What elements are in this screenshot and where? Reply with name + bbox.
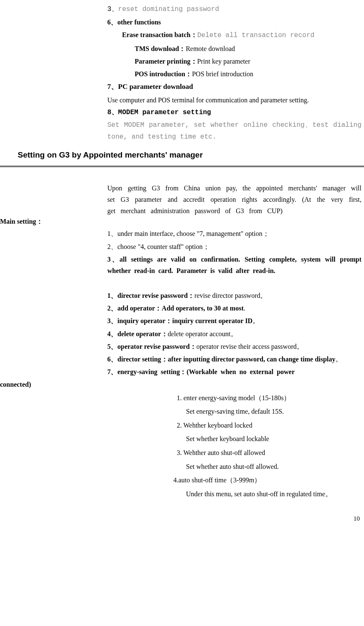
item-7-heading: 7、PC parameter download [107,81,361,93]
item-7-part: 7、energy-saving setting：(Workable when n… [107,366,361,377]
step-3: 3、all settings are valid on confirmation… [107,254,361,276]
item-1-b: 1、director revise password： [107,292,194,299]
document-page: 3、reset dominating password 6、other func… [0,0,364,527]
item-5-b: 5、operator revise password： [107,343,197,350]
step-1: 1、under main interface, choose "7, manag… [107,228,361,239]
item-6-heading: 6、other functions [107,16,361,28]
item-6-tms: TMS download：Remote download [135,43,361,54]
energy-sub-block: 1. enter energy-saving model（15-180s） Se… [177,392,360,500]
tms-label: TMS download： [135,45,186,52]
item-6-param: Parameter printing：Print key parameter [135,56,361,67]
pos-label: POS introduction： [135,70,192,78]
item-3-r: 。 [252,317,259,324]
main-setting-label: Main setting： [0,217,43,226]
items-block: 1、director revise password：revise direct… [107,290,361,365]
energy-2: 2. Wehther keyboard locked [177,419,360,432]
energy-4-sub: Under this menu, set auto shut-off in re… [186,488,360,500]
param-label: Parameter printing： [135,58,197,65]
item-director-revise-password: 1、director revise password：revise direct… [107,290,361,301]
item-3-num: 3、 [107,5,118,13]
item-energy-saving: 7、energy-saving setting：(Workable when n… [0,366,364,390]
item-7-tail: connected) [0,379,364,390]
item-7-text: Use computer and POS terminal for commun… [107,94,361,106]
energy-1: 1. enter energy-saving model（15-180s） [177,392,360,404]
energy-3: 3. Wehther auto shut-off allowed [177,447,360,459]
erase-label: Erase transaction batch： [122,31,197,38]
item-add-operator: 2、add operator：Add operators, to 30 at m… [107,302,361,314]
page-number: 10 [353,515,360,522]
item-operator-revise-password: 5、operator revise password：operator revi… [107,341,361,352]
item-2-b: 2、add operator：Add operators, to 30 at m… [107,305,244,312]
main-setting-block: Main setting： 1、under main interface, ch… [0,217,364,276]
tms-text: Remote download [186,45,235,52]
steps-block: 1、under main interface, choose "7, manag… [107,217,361,276]
pos-text: POS brief introduction [192,70,253,78]
intro-paragraph: Upon getting G3 from China union pay, th… [107,182,361,217]
item-inquiry-operator: 3、inquiry operator：inquiry current opera… [107,315,361,326]
item-3-b: 3、inquiry operator：inquiry current opera… [107,317,252,324]
item-7-b: 7、energy-saving setting：(Workable when n… [107,368,295,375]
item-6-r: 。 [335,356,342,363]
item-4-r: delete operator account。 [168,330,237,337]
param-text: Print key parameter [197,58,250,65]
energy-2-sub: Set whether keyboard lockable [186,433,360,445]
item-2-r: . [244,305,245,312]
item-1-r: revise director password。 [194,292,267,299]
erase-text: Delete all transaction record [197,32,314,39]
item-4-b: 4、delete operator： [107,330,168,337]
item-3: 3、reset dominating password [107,4,361,15]
step-2: 2、choose "4, counter staff" option； [107,241,361,252]
energy-1-sub: Set energy-saving time, default 15S. [186,405,360,418]
item-8-heading: 8、MODEM parameter setting [107,107,361,118]
top-block: 3、reset dominating password 6、other func… [107,4,361,143]
item-8-text: Set MODEM parameter, set whether online … [107,120,361,142]
item-5-r: operator revise their access password。 [197,343,303,350]
section-heading: Setting on G3 by Appointed merchants' ma… [18,150,364,160]
item-3-text: reset dominating password [118,5,219,13]
energy-3-sub: Set whether auto shut-off allowed. [186,460,360,473]
item-6-b: 6、director setting：after inputting direc… [107,356,335,363]
energy-4: 4.auto shut-off time（3-999m） [173,474,360,487]
horizontal-rule [0,166,364,167]
item-delete-operator: 4、delete operator：delete operator accoun… [107,328,361,340]
item-6-pos: POS introduction：POS brief introduction [135,68,361,80]
item-6-erase: Erase transaction batch：Delete all trans… [122,29,361,41]
item-director-setting: 6、director setting：after inputting direc… [107,353,361,365]
